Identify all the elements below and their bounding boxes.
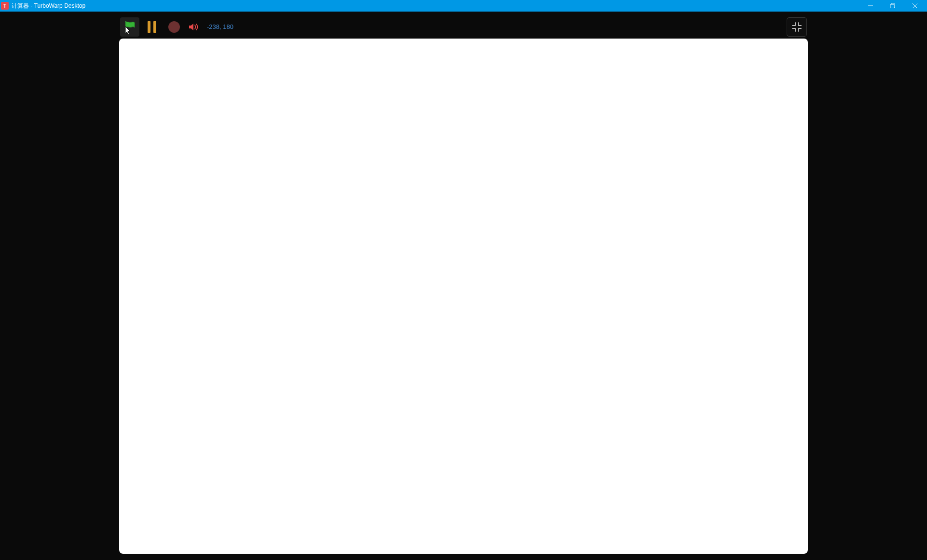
- minimize-icon: [868, 3, 873, 8]
- window-title: 计算器 - TurboWarp Desktop: [12, 2, 859, 10]
- pause-button[interactable]: [142, 17, 162, 37]
- green-flag-icon: [124, 21, 136, 33]
- titlebar: T 计算器 - TurboWarp Desktop: [0, 0, 927, 12]
- sound-icon: [189, 22, 199, 32]
- main-area: -238, 180: [0, 12, 927, 560]
- window-controls: [859, 0, 926, 12]
- toolbar: -238, 180: [119, 16, 808, 38]
- exit-fullscreen-icon: [791, 22, 802, 32]
- pause-icon: [148, 21, 156, 33]
- stage-wrapper: -238, 180: [119, 16, 808, 560]
- maximize-icon: [890, 3, 895, 8]
- app-icon-letter: T: [3, 3, 6, 9]
- exit-fullscreen-button[interactable]: [787, 17, 807, 37]
- maximize-button[interactable]: [882, 0, 904, 12]
- stop-icon: [168, 21, 180, 33]
- svg-rect-1: [890, 4, 894, 8]
- mouse-coordinates: -238, 180: [207, 23, 233, 30]
- app-icon: T: [1, 2, 9, 10]
- close-button[interactable]: [904, 0, 926, 12]
- green-flag-button[interactable]: [120, 17, 139, 37]
- minimize-button[interactable]: [859, 0, 882, 12]
- close-icon: [913, 3, 917, 8]
- stage-canvas[interactable]: [119, 39, 808, 554]
- sound-button[interactable]: [187, 17, 201, 37]
- stop-button[interactable]: [164, 17, 184, 37]
